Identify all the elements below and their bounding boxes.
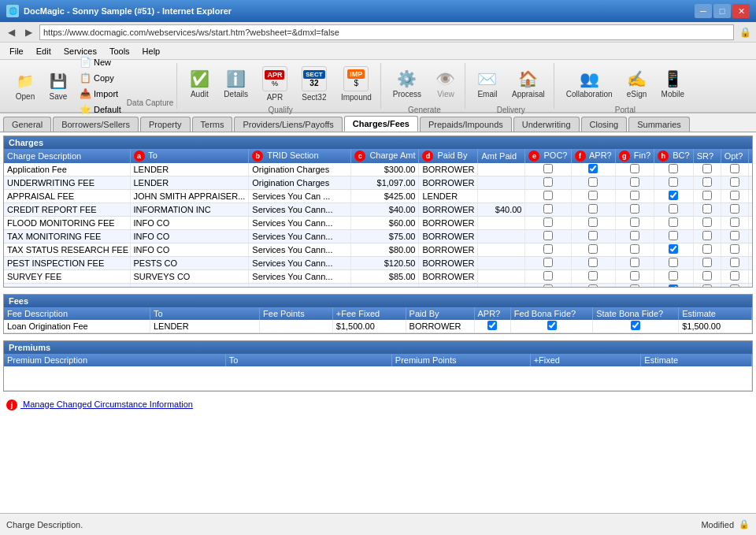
checkbox[interactable] [669, 231, 678, 240]
forward-icon[interactable]: ▶ [22, 26, 35, 39]
new-button[interactable]: 📄 New [76, 55, 125, 69]
charge-fin-cell[interactable] [615, 176, 654, 190]
checkbox[interactable] [588, 177, 598, 187]
charge-poc-cell[interactable] [525, 257, 571, 270]
charge-fin-cell[interactable] [615, 243, 654, 257]
charge-opt-cell[interactable] [721, 270, 748, 284]
fees-cell-apr[interactable] [474, 320, 510, 333]
charge-bc-cell[interactable] [654, 230, 693, 243]
fees-cell-fedbona[interactable] [510, 320, 592, 333]
details-button[interactable]: ℹ️ Details [218, 63, 254, 104]
fees-col-apr[interactable]: APR? [474, 307, 510, 320]
col-sr[interactable]: SR? [693, 149, 721, 163]
charge-sr-cell[interactable] [693, 230, 721, 243]
checkbox[interactable] [588, 204, 598, 214]
impound-button[interactable]: IMP $ Impound [335, 63, 377, 104]
appraisal-button[interactable]: 🏠 Appraisal [506, 63, 550, 104]
tab-general[interactable]: General [3, 117, 51, 132]
title-bar-controls[interactable]: ─ □ ✕ [695, 4, 750, 18]
col-charge-amt[interactable]: c Charge Amt [351, 149, 419, 163]
checkbox[interactable] [730, 258, 739, 267]
tab-charges-fees[interactable]: Charges/Fees [344, 116, 418, 132]
copy-button[interactable]: 📋 Copy [76, 71, 125, 85]
charge-opt-cell[interactable] [721, 243, 748, 257]
charge-sr-cell[interactable] [693, 190, 721, 203]
checkbox[interactable] [730, 164, 739, 173]
minimize-button[interactable]: ─ [695, 4, 712, 18]
checkbox[interactable] [588, 244, 598, 254]
charge-bc-cell[interactable] [654, 190, 693, 203]
charge-opt-cell[interactable] [721, 190, 748, 203]
charge-apr-cell[interactable] [571, 163, 615, 176]
import-button[interactable]: 📥 Import [76, 87, 125, 101]
process-button[interactable]: ⚙️ Process [387, 63, 427, 104]
charge-opt-cell[interactable] [721, 163, 748, 176]
save-button[interactable]: 💾 Save [43, 65, 74, 106]
charge-poc-cell[interactable] [525, 203, 571, 217]
tab-prepaids[interactable]: Prepaids/Impounds [420, 117, 512, 132]
checkbox[interactable] [543, 284, 553, 287]
checkbox[interactable] [730, 191, 739, 200]
charge-poc-cell[interactable] [525, 284, 571, 288]
menu-edit[interactable]: Edit [30, 45, 57, 58]
audit-button[interactable]: ✅ Audit [183, 63, 215, 104]
email-button[interactable]: ✉️ Email [472, 63, 503, 104]
charge-poc-cell[interactable] [525, 176, 571, 190]
charge-bc-cell[interactable] [654, 176, 693, 190]
charge-bc-cell[interactable] [654, 243, 693, 257]
checkbox[interactable] [588, 271, 598, 281]
checkbox[interactable] [730, 217, 739, 227]
premiums-col-estimate[interactable]: Estimate [641, 354, 752, 366]
col-poc[interactable]: e POC? [525, 149, 571, 163]
checkbox[interactable] [588, 258, 598, 267]
checkbox[interactable] [630, 231, 639, 240]
checkbox[interactable] [669, 164, 678, 173]
checkbox[interactable] [543, 258, 553, 267]
charge-fin-cell[interactable] [615, 217, 654, 230]
charge-sr-cell[interactable] [693, 243, 721, 257]
col-estimate[interactable]: i Estimate [748, 149, 752, 163]
default-button[interactable]: ⭐ Default [76, 102, 125, 117]
back-icon[interactable]: ◀ [5, 26, 17, 39]
checkbox[interactable] [702, 284, 712, 287]
checkbox[interactable] [630, 191, 639, 200]
charge-apr-cell[interactable] [571, 270, 615, 284]
tab-underwriting[interactable]: Underwriting [513, 117, 580, 132]
charge-opt-cell[interactable] [721, 230, 748, 243]
checkbox[interactable] [630, 284, 639, 287]
checkbox[interactable] [669, 191, 678, 200]
charge-poc-cell[interactable] [525, 190, 571, 203]
tab-borrowers[interactable]: Borrowers/Sellers [53, 117, 139, 132]
charge-bc-cell[interactable] [654, 270, 693, 284]
checkbox[interactable] [702, 191, 712, 200]
tab-summaries[interactable]: Summaries [628, 117, 690, 132]
checkbox[interactable] [669, 244, 678, 254]
checkbox[interactable] [588, 231, 598, 240]
charge-sr-cell[interactable] [693, 257, 721, 270]
charge-sr-cell[interactable] [693, 270, 721, 284]
charge-bc-cell[interactable] [654, 163, 693, 176]
charge-bc-cell[interactable] [654, 284, 693, 288]
checkbox[interactable] [730, 204, 739, 214]
charge-fin-cell[interactable] [615, 230, 654, 243]
checkbox[interactable] [630, 164, 639, 173]
charge-bc-cell[interactable] [654, 203, 693, 217]
col-apr[interactable]: f APR? [571, 149, 615, 163]
premiums-col-description[interactable]: Premium Description [4, 354, 225, 366]
checkbox[interactable] [630, 244, 639, 254]
checkbox[interactable] [702, 244, 712, 254]
fees-col-statebona[interactable]: State Bona Fide? [593, 307, 679, 320]
checkbox[interactable] [730, 177, 739, 187]
charge-apr-cell[interactable] [571, 257, 615, 270]
checkbox[interactable] [730, 244, 739, 254]
col-to[interactable]: a To [130, 149, 249, 163]
checkbox[interactable] [669, 258, 678, 267]
checkbox[interactable] [588, 164, 598, 173]
checkbox[interactable] [630, 217, 639, 227]
open-button[interactable]: 📁 Open [9, 65, 41, 106]
menu-help[interactable]: Help [136, 45, 167, 58]
charge-poc-cell[interactable] [525, 270, 571, 284]
charge-opt-cell[interactable] [721, 257, 748, 270]
checkbox[interactable] [630, 177, 639, 187]
charge-fin-cell[interactable] [615, 163, 654, 176]
